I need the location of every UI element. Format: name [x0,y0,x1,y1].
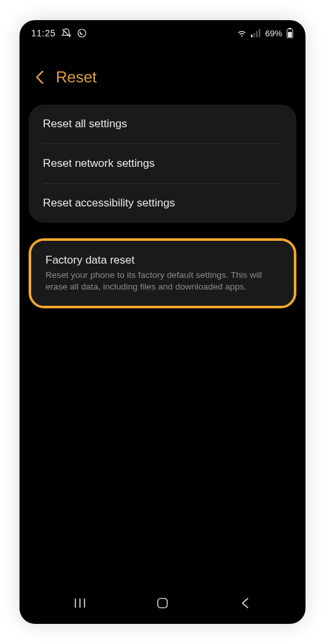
content: Reset all settings Reset network setting… [20,99,306,314]
status-bar: 11:25 [20,20,306,43]
battery-text: 69% [265,29,282,38]
list-item-label: Reset accessibility settings [43,197,282,210]
back-icon[interactable] [35,70,44,84]
whatsapp-icon [77,28,87,38]
mute-icon [61,28,72,38]
svg-rect-2 [251,34,252,37]
page-title: Reset [56,68,97,86]
back-button[interactable] [226,590,265,616]
phone-screen: 11:25 [20,20,306,624]
wifi-icon [237,29,247,38]
svg-rect-3 [254,33,255,37]
list-item-label: Reset all settings [43,118,282,130]
svg-rect-8 [288,32,292,37]
signal-icon [251,29,261,38]
factory-reset-group: Factory data reset Reset your phone to i… [31,241,294,306]
svg-rect-12 [158,599,168,608]
svg-point-1 [78,29,86,37]
factory-reset-highlight: Factory data reset Reset your phone to i… [29,238,296,308]
home-button[interactable] [143,590,182,616]
list-item-label: Reset network settings [43,157,282,170]
list-item-label: Factory data reset [46,254,280,267]
svg-rect-4 [256,31,257,38]
list-item-description: Reset your phone to its factory default … [46,269,280,293]
status-left: 11:25 [31,28,87,38]
reset-options-group: Reset all settings Reset network setting… [29,105,296,223]
reset-all-settings-item[interactable]: Reset all settings [29,105,296,143]
page-header: Reset [20,43,306,99]
factory-data-reset-item[interactable]: Factory data reset Reset your phone to i… [31,241,294,306]
recents-button[interactable] [60,590,99,616]
navigation-bar [20,588,306,624]
reset-network-settings-item[interactable]: Reset network settings [29,144,296,183]
status-right: 69% [237,28,294,38]
reset-accessibility-settings-item[interactable]: Reset accessibility settings [29,184,296,223]
svg-rect-5 [259,29,260,38]
battery-icon [286,28,294,38]
status-time: 11:25 [31,28,56,38]
